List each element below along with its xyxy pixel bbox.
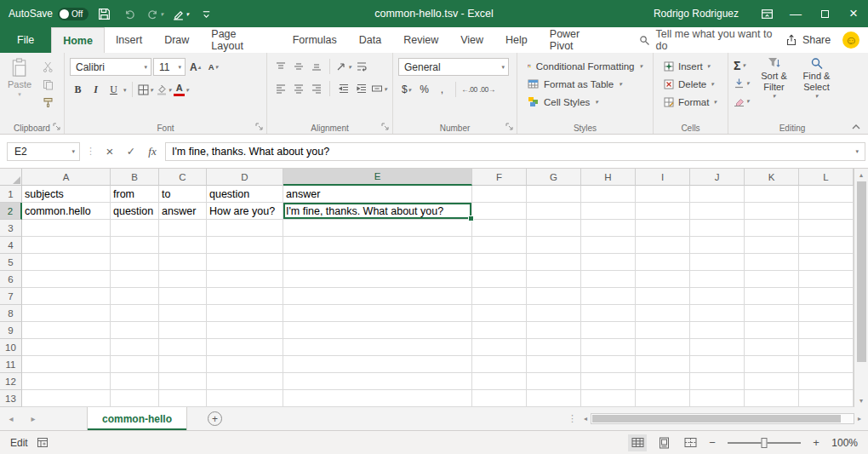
cell-K1[interactable] [745, 186, 799, 203]
name-box[interactable]: E2 ▾ [7, 142, 80, 161]
row-header-12[interactable]: 12 [0, 373, 22, 390]
cell-J10[interactable] [690, 339, 745, 356]
cell-L7[interactable] [799, 288, 854, 305]
align-middle-button[interactable] [290, 58, 306, 75]
cell-G2[interactable] [527, 203, 581, 220]
scroll-left-icon[interactable]: ◂ [584, 414, 587, 423]
increase-indent-button[interactable] [353, 80, 369, 97]
cell-J12[interactable] [690, 373, 745, 390]
column-header-F[interactable]: F [472, 169, 527, 186]
cell-B5[interactable] [111, 254, 159, 271]
cell-E4[interactable] [283, 237, 472, 254]
vertical-scrollbar[interactable]: ▴ ▾ [854, 169, 868, 407]
cell-C13[interactable] [159, 390, 207, 407]
normal-view-button[interactable] [628, 434, 647, 451]
zoom-level[interactable]: 100% [829, 437, 858, 449]
cell-C12[interactable] [159, 373, 207, 390]
cell-A5[interactable] [22, 254, 111, 271]
underline-button[interactable]: U [106, 81, 122, 98]
save-button[interactable] [94, 3, 114, 25]
cell-H2[interactable] [581, 203, 636, 220]
cell-E7[interactable] [283, 288, 472, 305]
cell-J13[interactable] [690, 390, 745, 407]
cell-H7[interactable] [581, 288, 636, 305]
cell-F10[interactable] [472, 339, 527, 356]
cell-L8[interactable] [799, 305, 854, 322]
align-top-button[interactable] [272, 58, 288, 75]
tab-review[interactable]: Review [392, 27, 449, 53]
cell-A8[interactable] [22, 305, 111, 322]
format-cells-button[interactable]: Format ▾ [659, 94, 722, 110]
cell-H8[interactable] [581, 305, 636, 322]
cut-button[interactable] [37, 60, 58, 74]
cell-J11[interactable] [690, 356, 745, 373]
cell-styles-button[interactable]: Cell Styles ▾ [523, 94, 648, 110]
cell-F2[interactable] [472, 203, 527, 220]
cell-A3[interactable] [22, 220, 111, 237]
bold-button[interactable]: B [70, 81, 86, 98]
decrease-indent-button[interactable] [335, 80, 351, 97]
orientation-button[interactable]: ▾ [335, 58, 351, 75]
cell-F13[interactable] [472, 390, 527, 407]
cell-D4[interactable] [207, 237, 283, 254]
undo-button[interactable] [119, 3, 140, 25]
cell-J8[interactable] [690, 305, 745, 322]
signed-in-user[interactable]: Rodrigo Rodriguez [654, 8, 739, 20]
sort-filter-button[interactable]: Sort & Filter ▾ [753, 55, 796, 121]
cell-D2[interactable]: How are you? [207, 203, 283, 220]
row-header-7[interactable]: 7 [0, 288, 22, 305]
cell-F11[interactable] [472, 356, 527, 373]
scroll-down-icon[interactable]: ▾ [859, 396, 863, 405]
cell-L13[interactable] [799, 390, 854, 407]
cell-F6[interactable] [472, 271, 527, 288]
cell-D9[interactable] [207, 322, 283, 339]
cell-A4[interactable] [22, 237, 111, 254]
cell-C9[interactable] [159, 322, 207, 339]
cell-I8[interactable] [636, 305, 690, 322]
cell-G11[interactable] [527, 356, 581, 373]
cell-H11[interactable] [581, 356, 636, 373]
decrease-decimal-button[interactable]: .00→ [479, 81, 495, 98]
pen-mode-button[interactable]: ▾ [170, 3, 191, 25]
align-left-button[interactable] [272, 80, 288, 97]
cell-H13[interactable] [581, 390, 636, 407]
scroll-up-icon[interactable]: ▴ [859, 170, 863, 180]
cell-D13[interactable] [207, 390, 283, 407]
cell-C3[interactable] [159, 220, 207, 237]
row-header-10[interactable]: 10 [0, 339, 22, 356]
row-header-5[interactable]: 5 [0, 254, 22, 271]
cell-H12[interactable] [581, 373, 636, 390]
tab-power-pivot[interactable]: Power Pivot [539, 27, 617, 53]
cell-L6[interactable] [799, 271, 854, 288]
zoom-out-button[interactable]: − [707, 436, 717, 449]
cell-B2[interactable]: question [111, 203, 159, 220]
autosum-button[interactable]: Σ▾ [734, 58, 750, 72]
cell-G7[interactable] [527, 288, 581, 305]
cell-H4[interactable] [581, 237, 636, 254]
cell-B4[interactable] [111, 237, 159, 254]
font-size-select[interactable]: 11 ▾ [153, 58, 186, 76]
cell-D6[interactable] [207, 271, 283, 288]
cell-D11[interactable] [207, 356, 283, 373]
cell-I3[interactable] [636, 220, 690, 237]
sheet-nav-prev-button[interactable]: ◂ [0, 414, 22, 423]
accounting-format-button[interactable]: $▾ [398, 81, 414, 98]
column-header-J[interactable]: J [690, 169, 745, 186]
italic-button[interactable]: I [88, 81, 104, 98]
column-header-B[interactable]: B [111, 169, 159, 186]
cell-K2[interactable] [745, 203, 799, 220]
font-name-select[interactable]: Calibri ▾ [70, 58, 151, 76]
collapse-ribbon-button[interactable] [851, 123, 861, 131]
cell-J3[interactable] [690, 220, 745, 237]
row-header-9[interactable]: 9 [0, 322, 22, 339]
cell-G3[interactable] [527, 220, 581, 237]
cell-A2[interactable]: common.hello [22, 203, 111, 220]
font-color-button[interactable]: A ▾ [174, 81, 190, 98]
format-as-table-button[interactable]: Format as Table ▾ [523, 76, 648, 92]
cell-B6[interactable] [111, 271, 159, 288]
cell-I12[interactable] [636, 373, 690, 390]
number-format-select[interactable]: General ▾ [398, 58, 509, 76]
cell-E5[interactable] [283, 254, 472, 271]
cell-A11[interactable] [22, 356, 111, 373]
column-header-G[interactable]: G [527, 169, 581, 186]
